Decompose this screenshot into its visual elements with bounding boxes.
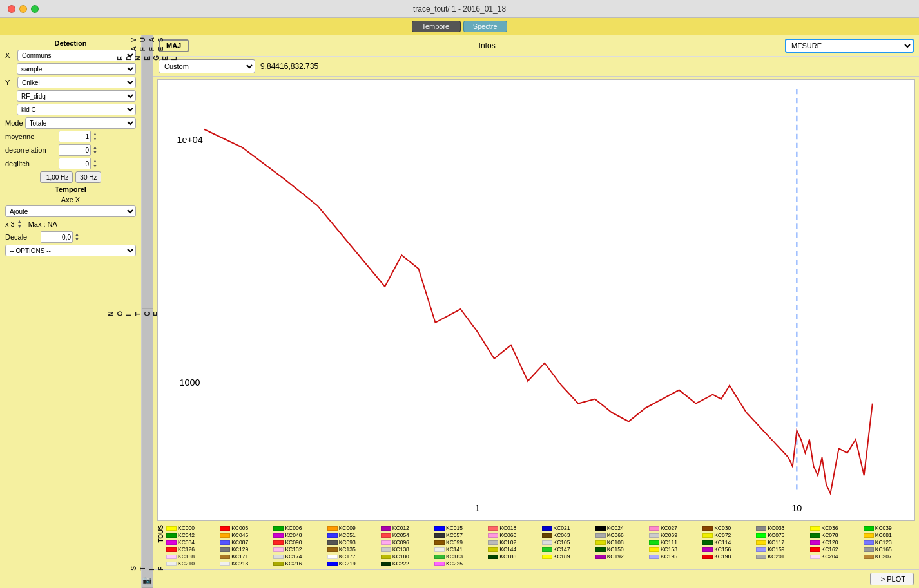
legend-swatch — [220, 547, 230, 552]
legend-item: KC144 — [488, 546, 539, 553]
camera-icon: 📷 — [142, 576, 152, 585]
legend-swatch — [273, 533, 284, 538]
legend-label: KC129 — [231, 546, 248, 553]
mesure-select[interactable]: MESURE — [785, 39, 914, 53]
effa-section[interactable]: EFFA — [142, 44, 153, 53]
legend-label: KC033 — [768, 525, 784, 531]
titlebar: trace_tout/ 1 - 2016_01_18 — [0, 0, 919, 18]
legend-swatch — [810, 526, 820, 531]
legend-swatch — [381, 540, 391, 545]
tab-temporel[interactable]: Temporel — [412, 21, 460, 32]
main-content: MAJ Infos MESURE Custom 9.84416,832.735 — [153, 35, 919, 588]
fits-section[interactable]: FITS — [142, 564, 153, 573]
legend-label: KC102 — [499, 539, 516, 545]
minimize-button[interactable] — [19, 5, 27, 13]
legend-label: KC189 — [554, 553, 570, 560]
legend-swatch — [702, 547, 713, 552]
legend-item: KC084 — [166, 539, 218, 545]
legend-label: KC066 — [607, 532, 624, 538]
legend-label: KC195 — [661, 553, 677, 560]
legend-label: KC114 — [714, 539, 731, 545]
legend-swatch — [381, 533, 391, 538]
options-select[interactable]: -- OPTIONS -- — [5, 245, 136, 256]
svg-text:1e+04: 1e+04 — [177, 134, 202, 145]
legende-section[interactable]: LEGENDE — [142, 53, 153, 308]
decale-spinner[interactable]: ▲▼ — [75, 232, 79, 242]
x3-spinner[interactable]: ▲▼ — [17, 219, 22, 229]
legend-item: KC198 — [702, 553, 754, 560]
legend-label: KC141 — [446, 546, 463, 553]
camera-section[interactable]: 📷 — [142, 573, 153, 588]
legend-swatch — [649, 547, 659, 552]
decale-input[interactable]: 0,0 — [41, 231, 73, 243]
legend-item: KC159 — [756, 546, 808, 553]
y-select[interactable]: Cnikel — [17, 77, 136, 88]
legend-item: KC039 — [864, 525, 915, 531]
legend-item: KC024 — [595, 525, 647, 531]
legend-label: KC045 — [231, 532, 248, 538]
y-sub1-select[interactable]: RF_didq — [17, 90, 136, 102]
x-sub-select[interactable]: sample — [17, 63, 136, 75]
legend-label: KC072 — [714, 532, 731, 538]
decorrelation-input[interactable]: 0 — [59, 144, 91, 156]
deglitch-input[interactable]: 0 — [59, 158, 91, 169]
legend-item: KC006 — [273, 525, 325, 531]
legend-item: KC189 — [542, 553, 594, 560]
plot-button[interactable]: -> PLOT — [870, 573, 914, 585]
tab-bar: Temporel Spectre — [0, 18, 919, 35]
legend-swatch — [381, 555, 391, 559]
legend-label: KC135 — [339, 546, 356, 553]
hz-row: -1,00 Hz 30 Hz — [5, 171, 136, 183]
legend-swatch — [488, 526, 498, 531]
ajoute-select[interactable]: Ajoute — [5, 205, 136, 217]
legend-label: KC054 — [392, 532, 409, 538]
legend-label: KC078 — [822, 532, 838, 538]
moyenne-input[interactable]: 1 — [59, 131, 91, 142]
legend-item: KC090 — [273, 539, 325, 545]
legend-item: KC000 — [166, 525, 218, 531]
legend-label: KC192 — [607, 553, 624, 560]
legend-label: KC081 — [875, 532, 892, 538]
legend-label: KC084 — [178, 539, 195, 545]
legend-label: KC168 — [178, 553, 195, 560]
deglitch-label: deglitch — [5, 160, 57, 167]
legend-item: KC171 — [220, 553, 271, 560]
moyenne-spinner[interactable]: ▲▼ — [93, 131, 97, 142]
legend-item: KC219 — [327, 560, 379, 567]
y-sub2-select[interactable]: kid C — [17, 104, 136, 115]
hz-high-button[interactable]: 30 Hz — [75, 171, 101, 183]
legend-swatch — [488, 533, 498, 538]
detection-section[interactable]: DETECTION — [142, 309, 153, 564]
legend-swatch — [702, 526, 713, 531]
tab-spectre[interactable]: Spectre — [463, 21, 507, 32]
close-button[interactable] — [8, 5, 15, 13]
decorrelation-spinner[interactable]: ▲▼ — [93, 145, 97, 155]
max-label: Max : NA — [28, 220, 57, 228]
legend-label: KC000 — [178, 525, 195, 531]
maximize-button[interactable] — [31, 5, 39, 13]
deglitch-spinner[interactable]: ▲▼ — [93, 158, 97, 169]
hz-low-button[interactable]: -1,00 Hz — [40, 171, 73, 183]
legend-label: KC198 — [714, 553, 731, 560]
legend-label: KC075 — [768, 532, 784, 538]
legend-item: KC153 — [649, 546, 701, 553]
moyenne-row: moyenne 1 ▲▼ — [5, 131, 136, 142]
window-controls[interactable] — [8, 5, 39, 13]
moyenne-label: moyenne — [5, 133, 57, 140]
custom-select[interactable]: Custom — [159, 59, 255, 73]
legend-swatch — [166, 547, 177, 552]
sauv-section[interactable]: SAUV — [142, 35, 153, 44]
chart-area: 1e+04 1000 1 10 TOUS — [153, 77, 919, 569]
legend-item: KC045 — [220, 532, 271, 538]
legend-item: KC105 — [542, 539, 594, 545]
legend-swatch — [864, 526, 874, 531]
sauv-label: SAUV — [130, 37, 166, 42]
legend-swatch — [166, 555, 177, 559]
legend-swatch — [166, 540, 177, 545]
legend-swatch — [381, 547, 391, 552]
legend-swatch — [381, 526, 391, 531]
legend-swatch — [542, 547, 552, 552]
mode-select[interactable]: Totale — [25, 117, 136, 129]
legend-item: KC096 — [381, 539, 432, 545]
legend-item: KC108 — [595, 539, 647, 545]
